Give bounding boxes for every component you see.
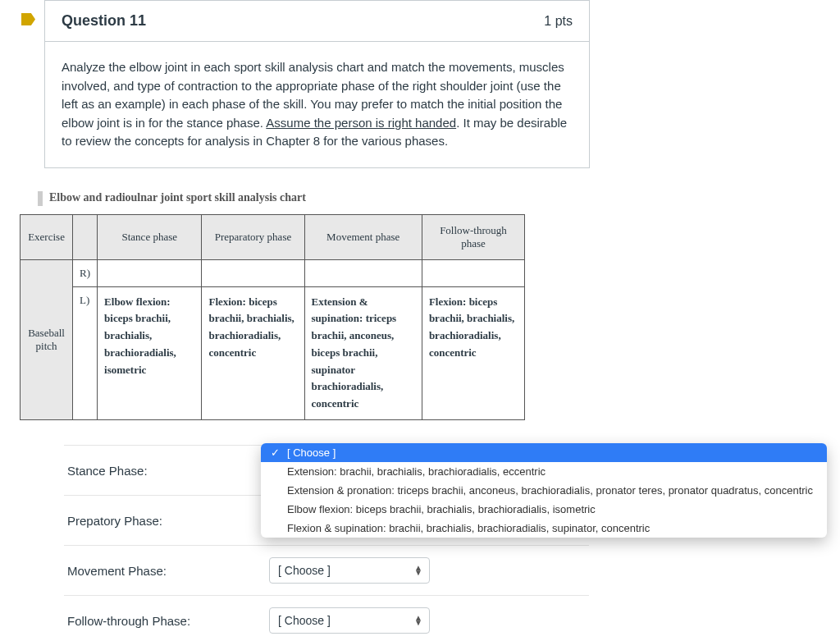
chart-title: Elbow and radioulnar joint sport skill a… — [38, 191, 840, 206]
row-r-follow — [422, 259, 524, 286]
col-move: Movement phase — [304, 214, 422, 259]
select-move-value: [ Choose ] — [278, 564, 331, 577]
col-follow: Follow-through phase — [422, 214, 524, 259]
question-text: Analyze the elbow joint in each sport sk… — [62, 58, 573, 151]
question-container: Question 11 1 pts Analyze the elbow join… — [44, 0, 590, 168]
exercise-cell: Baseball pitch — [21, 259, 73, 420]
flag-icon[interactable] — [21, 13, 35, 25]
dropdown-menu[interactable]: [ Choose ] Extension: brachii, brachiali… — [261, 443, 827, 538]
match-label-prep: Prepatory Phase: — [64, 514, 269, 528]
row-l-follow: Flexion: biceps brachii, brachialis, bra… — [422, 286, 524, 420]
dropdown-option[interactable]: Flexion & supination: brachii, brachiali… — [261, 519, 827, 538]
question-points: 1 pts — [544, 14, 573, 29]
chevron-up-down-icon: ▲▼ — [414, 616, 422, 625]
row-r-prep — [202, 259, 304, 286]
row-r-move — [304, 259, 422, 286]
row-l-prep: Flexion: biceps brachii, brachialis, bra… — [202, 286, 304, 420]
dropdown-option[interactable]: [ Choose ] — [261, 443, 827, 462]
match-row-move: Movement Phase: [ Choose ] ▲▼ — [64, 545, 589, 595]
row-l-label: L) — [73, 286, 98, 420]
chart-title-text: Elbow and radioulnar joint sport skill a… — [49, 191, 306, 204]
row-r-label: R) — [73, 259, 98, 286]
select-follow[interactable]: [ Choose ] ▲▼ — [269, 607, 430, 634]
row-l-move: Extension & supination: triceps brachii,… — [304, 286, 422, 420]
row-l-stance: Elbow flexion: biceps brachii, brachiali… — [98, 286, 202, 420]
select-follow-value: [ Choose ] — [278, 614, 331, 627]
select-move[interactable]: [ Choose ] ▲▼ — [269, 557, 430, 584]
col-side — [73, 214, 98, 259]
match-label-stance: Stance Phase: — [64, 464, 269, 478]
chart-title-bar — [38, 191, 43, 206]
col-stance: Stance phase — [98, 214, 202, 259]
dropdown-option[interactable]: Extension & pronation: triceps brachii, … — [261, 481, 827, 500]
question-text-underline: Assume the person is right handed — [266, 116, 456, 130]
question-title: Question 11 — [62, 12, 146, 30]
col-prep: Preparatory phase — [202, 214, 304, 259]
question-header: Question 11 1 pts — [45, 1, 589, 42]
match-label-move: Movement Phase: — [64, 564, 269, 578]
col-exercise: Exercise — [21, 214, 73, 259]
dropdown-option[interactable]: Extension: brachii, brachialis, brachior… — [261, 462, 827, 481]
analysis-table: Exercise Stance phase Preparatory phase … — [20, 214, 525, 421]
chevron-up-down-icon: ▲▼ — [414, 565, 422, 575]
row-r-stance — [98, 259, 202, 286]
match-row-follow: Follow-through Phase: [ Choose ] ▲▼ — [64, 595, 589, 641]
match-label-follow: Follow-through Phase: — [64, 614, 269, 628]
dropdown-option[interactable]: Elbow flexion: biceps brachii, brachiali… — [261, 500, 827, 519]
